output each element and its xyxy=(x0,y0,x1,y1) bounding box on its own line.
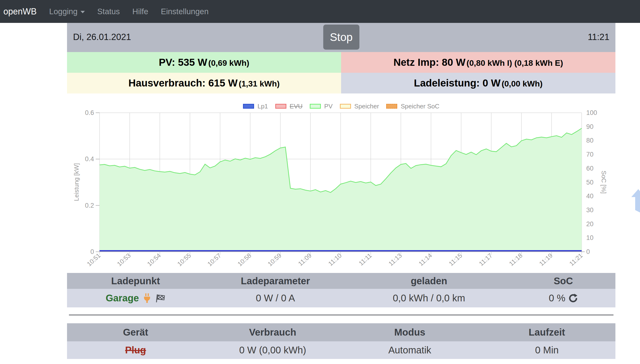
legend-swatch xyxy=(310,104,321,109)
chevron-down-icon xyxy=(81,11,85,13)
nav-logging-label: Logging xyxy=(49,7,77,16)
svg-text:80: 80 xyxy=(586,137,593,144)
nav-status[interactable]: Status xyxy=(97,7,120,16)
section-divider xyxy=(69,314,613,315)
legend-label: Lp1 xyxy=(257,102,268,110)
scroll-up-arrow-icon[interactable] xyxy=(630,186,640,214)
charge-power-value: Ladeleistung: 0 W xyxy=(414,77,500,89)
svg-text:20: 20 xyxy=(586,220,593,228)
legend-label: EVU xyxy=(290,102,303,110)
svg-text:30: 30 xyxy=(586,206,593,214)
svg-text:0: 0 xyxy=(90,248,94,255)
svg-text:10: 10 xyxy=(586,234,593,242)
svg-text:90: 90 xyxy=(586,123,593,130)
svg-text:60: 60 xyxy=(586,165,593,172)
svg-text:Leistung [kW]: Leistung [kW] xyxy=(73,163,80,201)
legend-item-lp1[interactable]: Lp1 xyxy=(243,102,268,110)
legend-item-speicher[interactable]: Speicher xyxy=(340,102,379,110)
device-table-header: Gerät Verbrauch Modus Laufzeit xyxy=(67,323,615,341)
svg-text:0.6: 0.6 xyxy=(85,109,94,116)
device-row: Plug 0 W (0,00 kWh) Automatik 0 Min xyxy=(67,341,615,359)
house-consumption-box: Hausverbrauch: 615 W (1,31 kWh) xyxy=(67,73,341,94)
current-date: Di, 26.01.2021 xyxy=(73,32,131,42)
nav-einstellungen[interactable]: Einstellungen xyxy=(161,7,209,16)
brand-openwb[interactable]: openWB xyxy=(3,6,37,16)
legend-swatch xyxy=(243,104,254,109)
current-time: 11:21 xyxy=(588,32,609,42)
col-ladeparameter: Ladeparameter xyxy=(204,273,347,289)
col-ladepunkt: Ladepunkt xyxy=(67,273,204,289)
col-modus: Modus xyxy=(341,323,478,341)
pv-power-value: PV: 535 W xyxy=(159,56,207,68)
chart-legend: Lp1EVUPVSpeicherSpeicher SoC xyxy=(67,102,615,110)
house-energy-value: (1,31 kWh) xyxy=(239,79,280,88)
charge-energy-value: (0,00 kWh) xyxy=(502,79,543,88)
device-consumption: 0 W (0,00 kWh) xyxy=(204,341,341,359)
device-mode: Automatik xyxy=(341,341,478,359)
legend-swatch xyxy=(340,104,351,109)
nav-logging[interactable]: Logging xyxy=(49,7,85,16)
col-laufzeit: Laufzeit xyxy=(478,323,615,341)
col-geladen: geladen xyxy=(347,273,511,289)
stop-button[interactable]: Stop xyxy=(323,24,359,50)
device-name: Plug xyxy=(125,345,146,356)
power-chart: 0.60.40.201009080706050403020100Leistung… xyxy=(67,94,615,272)
chargepoint-charged: 0,0 kWh / 0,0 km xyxy=(347,289,511,308)
col-geraet: Gerät xyxy=(67,323,204,341)
top-navbar: openWB Logging Status Hilfe Einstellunge… xyxy=(0,0,640,23)
grid-import-value: Netz Imp: 80 W xyxy=(393,56,465,68)
svg-text:0.4: 0.4 xyxy=(85,156,94,162)
legend-item-speicher-soc[interactable]: Speicher SoC xyxy=(386,102,439,110)
svg-text:70: 70 xyxy=(586,151,593,158)
svg-text:100: 100 xyxy=(586,109,597,116)
power-chart-block: Lp1EVUPVSpeicherSpeicher SoC 0.60.40.201… xyxy=(67,94,615,272)
pv-energy-value: (0,69 kWh) xyxy=(208,58,249,68)
legend-item-evu[interactable]: EVU xyxy=(275,102,303,110)
grid-import-box: Netz Imp: 80 W (0,80 kWh I) (0,18 kWh E) xyxy=(341,52,615,73)
col-soc: SoC xyxy=(511,273,615,289)
chargepoint-row: Garage 0 W / 0 A 0,0 kWh / 0,0 km 0 % xyxy=(67,289,615,308)
legend-label: Speicher xyxy=(354,102,379,110)
chargepoint-table-header: Ladepunkt Ladeparameter geladen SoC xyxy=(67,273,615,289)
legend-label: PV xyxy=(324,102,333,110)
svg-text:40: 40 xyxy=(586,192,593,200)
chargepoint-name: Garage xyxy=(106,293,139,304)
legend-label: Speicher SoC xyxy=(401,102,439,110)
col-verbrauch: Verbrauch xyxy=(204,323,341,341)
finish-flag-icon xyxy=(155,294,165,303)
date-time-bar: Di, 26.01.2021 Stop 11:21 xyxy=(67,23,615,52)
svg-text:0.2: 0.2 xyxy=(85,202,94,209)
charge-power-box: Ladeleistung: 0 W (0,00 kWh) xyxy=(341,73,615,94)
legend-swatch xyxy=(386,104,397,109)
legend-swatch xyxy=(275,104,286,109)
house-consumption-value: Hausverbrauch: 615 W xyxy=(129,77,238,89)
svg-text:SoC [%]: SoC [%] xyxy=(600,170,607,194)
device-runtime: 0 Min xyxy=(478,341,615,359)
nav-hilfe[interactable]: Hilfe xyxy=(132,7,148,16)
chargepoint-params: 0 W / 0 A xyxy=(204,289,347,308)
soc-refresh-icon[interactable] xyxy=(568,294,578,303)
plug-icon xyxy=(142,293,152,304)
svg-text:50: 50 xyxy=(586,179,593,186)
grid-energy-value: (0,80 kWh I) (0,18 kWh E) xyxy=(466,58,563,68)
svg-text:0: 0 xyxy=(586,248,590,255)
chargepoint-soc: 0 % xyxy=(549,293,565,304)
pv-power-box: PV: 535 W (0,69 kWh) xyxy=(67,52,341,73)
legend-item-pv[interactable]: PV xyxy=(310,102,333,110)
